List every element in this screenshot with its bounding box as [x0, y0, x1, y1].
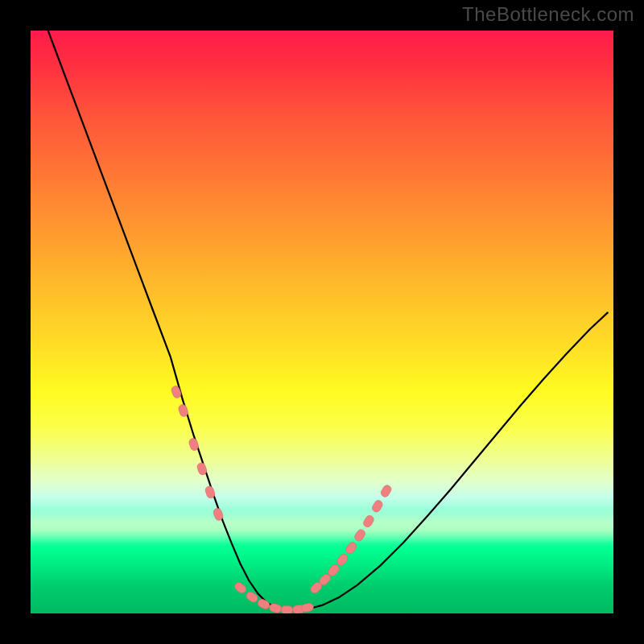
marker-pill	[301, 602, 315, 613]
marker-pill	[171, 385, 183, 399]
plot-area	[31, 31, 613, 613]
marker-pill	[257, 598, 271, 610]
chart-svg	[31, 31, 613, 613]
marker-pill	[336, 552, 349, 567]
marker-pill	[380, 484, 393, 498]
bottleneck-curve-path	[48, 31, 608, 611]
marker-pill	[362, 514, 375, 529]
marker-layer	[171, 385, 393, 613]
marker-pill	[371, 499, 384, 514]
marker-pill	[353, 528, 367, 543]
curve-layer	[48, 31, 608, 611]
marker-pill	[345, 541, 358, 555]
watermark-text: TheBottleneck.com	[462, 3, 634, 26]
marker-pill	[281, 605, 293, 613]
marker-pill	[233, 581, 248, 595]
